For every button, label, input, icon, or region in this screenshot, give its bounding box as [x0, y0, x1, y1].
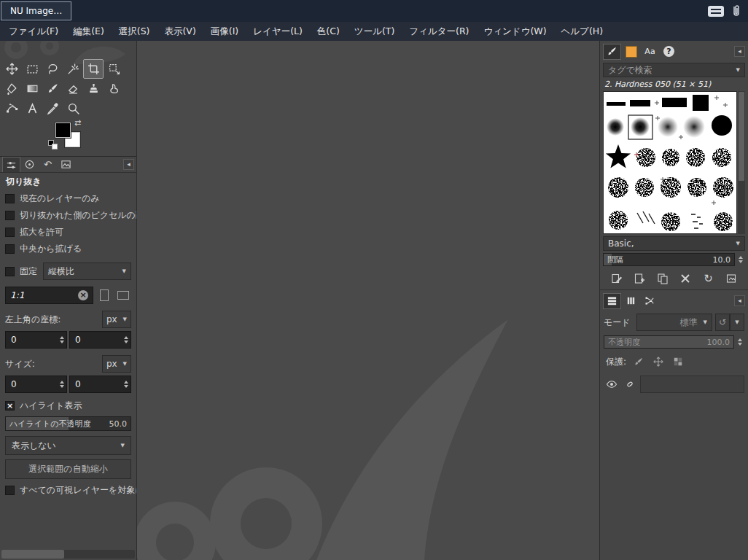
checkbox-unchecked[interactable] [5, 194, 15, 203]
fixed-checkbox[interactable] [5, 267, 15, 276]
spinner[interactable] [124, 336, 128, 343]
option-shrink-merged[interactable]: すべての可視レイヤーを対象にす [0, 482, 136, 499]
layers-menu-button[interactable]: ◂ [734, 295, 745, 306]
vscrollbar-thumb[interactable] [739, 92, 744, 181]
spin-up-icon[interactable] [124, 336, 128, 339]
option-current-layer-only[interactable]: 現在のレイヤーのみ [0, 190, 136, 207]
spin-down-icon[interactable] [739, 260, 743, 263]
position-x-input[interactable]: 0 [5, 331, 67, 349]
brush-tags-dropdown[interactable]: Basic, ▼ [603, 236, 745, 251]
tab-fonts[interactable]: Aa [641, 44, 659, 60]
menu-filters[interactable]: フィルター(R) [402, 22, 476, 41]
unified-transform-tool[interactable] [104, 60, 123, 78]
foreground-color-swatch[interactable] [55, 122, 71, 138]
tab-undo-history[interactable]: ↶ [39, 157, 57, 172]
hscrollbar-thumb[interactable] [1, 550, 64, 559]
menu-colors[interactable]: 色(C) [310, 22, 347, 41]
spin-up-icon[interactable] [739, 256, 743, 259]
spinner[interactable] [60, 381, 64, 388]
window-list-button[interactable] [708, 6, 724, 17]
tab-patterns[interactable] [622, 44, 640, 60]
tab-brushes[interactable] [603, 44, 621, 60]
lock-alpha-button[interactable] [671, 355, 685, 368]
layer-opacity-spinner[interactable] [736, 338, 744, 346]
menu-help[interactable]: ヘルプ(H) [554, 22, 611, 41]
color-picker-tool[interactable] [43, 99, 62, 117]
option-expand-from-center[interactable]: 中央から拡げる [0, 241, 136, 257]
tab-help[interactable]: ? [660, 44, 678, 60]
tab-channels[interactable] [622, 293, 640, 309]
tool-options-menu-button[interactable]: ◂ [123, 159, 134, 170]
clip-button[interactable] [731, 4, 741, 18]
tab-layers[interactable] [603, 293, 621, 309]
brushes-menu-button[interactable]: ◂ [734, 46, 745, 57]
empty-layer-slot[interactable] [640, 376, 744, 393]
size-unit-dropdown[interactable]: px ▼ [102, 355, 131, 373]
clear-icon[interactable]: × [78, 290, 88, 300]
menu-select[interactable]: 選択(S) [112, 22, 157, 41]
tool-options-hscrollbar[interactable] [1, 550, 135, 559]
clone-tool[interactable] [84, 79, 103, 98]
spinner[interactable] [60, 336, 64, 343]
edit-brush-button[interactable] [609, 271, 625, 286]
tab-tool-options[interactable] [2, 157, 20, 172]
menu-file[interactable]: ファイル(F) [1, 22, 66, 41]
paths-tool[interactable] [2, 99, 21, 117]
spin-down-icon[interactable] [738, 343, 742, 346]
menu-tools[interactable]: ツール(T) [347, 22, 402, 41]
checkbox-unchecked[interactable] [5, 244, 15, 254]
image-canvas[interactable] [137, 41, 599, 560]
free-select-tool[interactable] [43, 60, 62, 78]
tab-paths[interactable] [641, 293, 659, 309]
layer-visibility-button[interactable] [604, 376, 620, 392]
fuzzy-select-tool[interactable] [63, 60, 82, 78]
brush-spacing-slider[interactable]: 間隔 10.0 [603, 253, 735, 266]
fixed-dropdown[interactable]: 縦横比 ▼ [43, 262, 131, 280]
open-brush-as-image-button[interactable] [723, 271, 739, 286]
layer-opacity-slider[interactable]: 不透明度 100.0 [604, 335, 734, 349]
eraser-tool[interactable] [63, 79, 82, 98]
menu-view[interactable]: 表示(V) [157, 22, 203, 41]
autoshrink-button[interactable]: 選択範囲の自動縮小 [5, 459, 131, 479]
spinner[interactable] [124, 381, 128, 388]
spin-down-icon[interactable] [124, 385, 128, 388]
mode-switch-button[interactable]: ↺ [715, 314, 730, 331]
tab-device-status[interactable] [20, 157, 39, 172]
lock-pixels-button[interactable] [631, 355, 646, 368]
menu-image[interactable]: 画像(I) [203, 22, 246, 41]
menu-layer[interactable]: レイヤー(L) [246, 22, 310, 41]
default-colors-button[interactable] [48, 140, 58, 150]
new-brush-button[interactable] [631, 271, 647, 286]
checkbox-unchecked[interactable] [5, 228, 15, 237]
checkbox-unchecked[interactable] [5, 486, 15, 495]
delete-brush-button[interactable] [677, 271, 693, 286]
paintbrush-tool[interactable] [43, 79, 62, 98]
size-height-input[interactable]: 0 [69, 376, 131, 393]
gradient-tool[interactable] [23, 79, 42, 98]
move-tool[interactable] [2, 60, 21, 78]
brush-grid[interactable] [603, 91, 737, 234]
lock-position-button[interactable] [651, 355, 666, 368]
spin-down-icon[interactable] [60, 385, 64, 388]
smudge-tool[interactable] [104, 79, 123, 98]
swap-colors-icon[interactable]: ⇄ [74, 119, 81, 128]
option-delete-cropped-pixels[interactable]: 切り抜かれた側のピクセルの削除 [0, 207, 136, 224]
brush-tag-search[interactable]: タグで検索 ▼ [603, 63, 745, 77]
rectangle-select-tool[interactable] [23, 60, 42, 78]
menu-edit[interactable]: 編集(E) [66, 22, 112, 41]
landscape-orientation-button[interactable] [115, 287, 131, 304]
layer-link-button[interactable] [622, 376, 638, 392]
portrait-orientation-button[interactable] [96, 287, 112, 304]
size-width-input[interactable]: 0 [5, 376, 67, 393]
text-tool[interactable] [23, 99, 42, 117]
spin-up-icon[interactable] [60, 381, 64, 384]
spin-down-icon[interactable] [60, 341, 64, 343]
brush-list-scrollbar[interactable] [738, 91, 745, 234]
spin-up-icon[interactable] [124, 381, 128, 384]
highlight-opacity-slider[interactable]: ハイライトの不透明度 50.0 [5, 416, 131, 431]
refresh-brushes-button[interactable]: ↻ [701, 271, 717, 286]
mode-menu-button[interactable]: ▼ [730, 314, 744, 331]
spin-up-icon[interactable] [738, 338, 742, 341]
crop-tool[interactable] [84, 60, 103, 78]
option-allow-growing[interactable]: 拡大を許可 [0, 224, 136, 241]
